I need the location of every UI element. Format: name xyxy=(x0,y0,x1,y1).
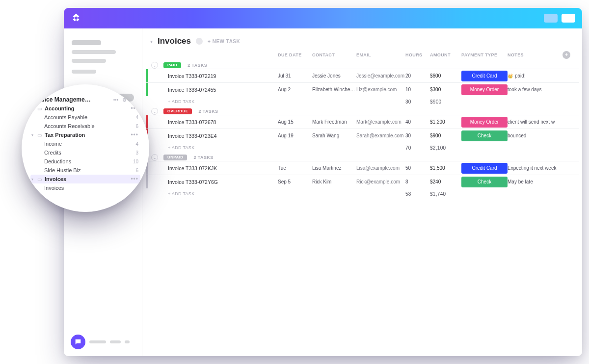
sidebar-item[interactable]: Income4 xyxy=(30,139,140,148)
chevron-down-icon[interactable]: ▾ xyxy=(30,106,34,111)
group-task-count: 2 TASKS xyxy=(193,155,213,160)
group-header: ⌄OVERDUE2 TASKS xyxy=(146,108,579,115)
task-payment-type[interactable]: Check xyxy=(461,177,508,187)
task-name[interactable]: Invoice T333-072455 xyxy=(165,87,278,93)
task-name[interactable]: Invoice T333-072219 xyxy=(165,73,278,79)
task-note[interactable]: bounced xyxy=(508,133,562,138)
status-color-bar xyxy=(146,69,148,82)
task-contact[interactable]: Sarah Wang xyxy=(312,133,356,138)
add-task-button[interactable]: + ADD TASK xyxy=(165,191,278,196)
task-row[interactable]: Invoice T333-072678Aug 15Mark FreedmanMa… xyxy=(146,115,579,129)
task-payment-type[interactable]: Money Order xyxy=(461,117,508,128)
task-contact[interactable]: Lisa Martinez xyxy=(312,165,356,171)
task-contact[interactable]: Elizabeth Wincheste xyxy=(312,87,356,92)
task-hours[interactable]: 8 xyxy=(405,179,430,184)
sidebar-item[interactable]: Credits3 xyxy=(30,148,140,157)
space-title[interactable]: Finance Manageme… xyxy=(30,96,91,103)
task-note[interactable]: took a few days xyxy=(508,87,562,92)
task-note[interactable]: paid! xyxy=(508,73,562,78)
col-payment-type: PAYMENT TYPE xyxy=(461,52,508,57)
chat-button[interactable] xyxy=(71,335,85,349)
new-task-button[interactable]: + NEW TASK xyxy=(208,39,240,44)
task-amount[interactable]: $300 xyxy=(430,87,461,92)
task-name[interactable]: Invoice T333-072Y6G xyxy=(165,179,278,185)
add-task-button[interactable]: + ADD TASK xyxy=(165,145,278,150)
header-chip-2[interactable] xyxy=(562,14,575,23)
group-collapse-icon[interactable]: ⌄ xyxy=(151,108,158,115)
task-email[interactable]: Rick@example.com xyxy=(356,179,405,184)
task-due-date[interactable]: Aug 2 xyxy=(278,87,312,92)
group-collapse-icon[interactable]: ⌄ xyxy=(151,62,158,69)
sidebar-item-label: Invoices xyxy=(44,185,64,191)
task-amount[interactable]: $900 xyxy=(430,133,461,138)
folder-icon: ▭ xyxy=(37,177,42,182)
chevron-down-icon[interactable]: ▾ xyxy=(30,133,34,137)
task-email[interactable]: Jessie@example.com xyxy=(356,73,405,78)
group-collapse-icon[interactable]: ⌄ xyxy=(151,154,158,161)
task-amount[interactable]: $1,500 xyxy=(430,165,461,171)
chevron-down-icon[interactable]: ▾ xyxy=(30,177,34,182)
task-payment-type[interactable]: Money Order xyxy=(461,84,508,95)
col-contact: CONTACT xyxy=(312,52,356,57)
task-contact[interactable]: Rick Kim xyxy=(312,179,356,184)
add-column-button[interactable]: + xyxy=(562,51,570,59)
task-due-date[interactable]: Aug 19 xyxy=(278,133,312,138)
task-payment-type[interactable]: Check xyxy=(461,130,508,141)
task-hours[interactable]: 30 xyxy=(405,133,430,138)
task-due-date[interactable]: Tue xyxy=(278,165,312,171)
task-amount[interactable]: $1,200 xyxy=(430,119,461,125)
task-name[interactable]: Invoice T333-0723E4 xyxy=(165,133,278,139)
task-email[interactable]: Liz@example.com xyxy=(356,87,405,92)
header-chip-1[interactable] xyxy=(544,14,558,23)
sidebar-folder[interactable]: ▾▭Accounting••• xyxy=(30,104,140,113)
task-hours[interactable]: 40 xyxy=(405,119,430,125)
group-status-chip[interactable]: PAID xyxy=(163,62,181,68)
info-icon[interactable] xyxy=(196,38,203,45)
task-note[interactable]: May be late xyxy=(508,179,562,184)
task-name[interactable]: Invoice T333-072KJK xyxy=(165,165,278,171)
task-due-date[interactable]: Jul 31 xyxy=(278,73,312,78)
sidebar-item[interactable]: Side Hustle Biz6 xyxy=(30,166,140,175)
collapse-caret-icon[interactable]: ▾ xyxy=(150,39,153,44)
add-task-button[interactable]: + ADD TASK xyxy=(165,99,278,104)
task-row[interactable]: Invoice T333-072455Aug 2Elizabeth Winche… xyxy=(146,82,579,96)
group-add-task-row: + ADD TASK70$2,100 xyxy=(146,142,579,153)
sidebar-item[interactable]: Deductions10 xyxy=(30,157,140,166)
task-payment-type[interactable]: Credit Card xyxy=(461,71,508,81)
sidebar-folder[interactable]: ▾▭Tax Preparation••• xyxy=(30,130,140,139)
task-hours[interactable]: 10 xyxy=(405,87,430,92)
item-count: 4 xyxy=(135,141,138,147)
sidebar-item[interactable]: Accounts Payable4 xyxy=(30,113,140,122)
task-amount[interactable]: $240 xyxy=(430,179,461,184)
task-row[interactable]: Invoice T333-072KJKTueLisa MartinezLisa@… xyxy=(146,161,579,175)
group-status-chip[interactable]: UNPAID xyxy=(163,155,187,160)
item-more-icon[interactable]: ••• xyxy=(131,131,138,138)
task-group: ⌄UNPAID2 TASKSInvoice T333-072KJKTueLisa… xyxy=(146,154,579,199)
task-due-date[interactable]: Sep 5 xyxy=(278,179,312,184)
sidebar-item[interactable]: Invoices4 xyxy=(30,183,140,192)
task-amount[interactable]: $600 xyxy=(430,73,461,78)
task-note[interactable]: client will send next w xyxy=(508,119,562,125)
item-count: 6 xyxy=(135,124,138,129)
task-name[interactable]: Invoice T333-072678 xyxy=(165,119,278,125)
sidebar-item-label: Tax Preparation xyxy=(45,132,85,138)
sidebar-item[interactable]: Accounts Receivable6 xyxy=(30,122,140,130)
task-row[interactable]: Invoice T333-0723E4Aug 19Sarah WangSarah… xyxy=(146,129,579,142)
task-due-date[interactable]: Aug 15 xyxy=(278,119,312,125)
task-payment-type[interactable]: Credit Card xyxy=(461,163,508,174)
item-more-icon[interactable]: ••• xyxy=(131,176,138,182)
task-hours[interactable]: 50 xyxy=(405,165,430,171)
column-headers: DUE DATE CONTACT EMAIL HOURS AMOUNT PAYM… xyxy=(146,50,579,61)
task-note[interactable]: Expecting it next week xyxy=(508,165,562,171)
task-email[interactable]: Lisa@example.com xyxy=(356,165,405,171)
group-status-chip[interactable]: OVERDUE xyxy=(163,108,192,114)
task-email[interactable]: Sarah@example.com xyxy=(356,133,405,138)
task-contact[interactable]: Jessie Jones xyxy=(312,73,356,78)
sidebar-folder[interactable]: ▾▭Invoices••• xyxy=(30,175,140,183)
task-hours[interactable]: 20 xyxy=(405,73,430,78)
task-row[interactable]: Invoice T333-072219Jul 31Jessie JonesJes… xyxy=(146,69,579,82)
task-contact[interactable]: Mark Freedman xyxy=(312,119,356,125)
task-row[interactable]: Invoice T333-072Y6GSep 5Rick KimRick@exa… xyxy=(146,175,579,188)
space-more-icon[interactable]: ••• xyxy=(113,97,119,103)
task-email[interactable]: Mark@example.com xyxy=(356,119,405,125)
